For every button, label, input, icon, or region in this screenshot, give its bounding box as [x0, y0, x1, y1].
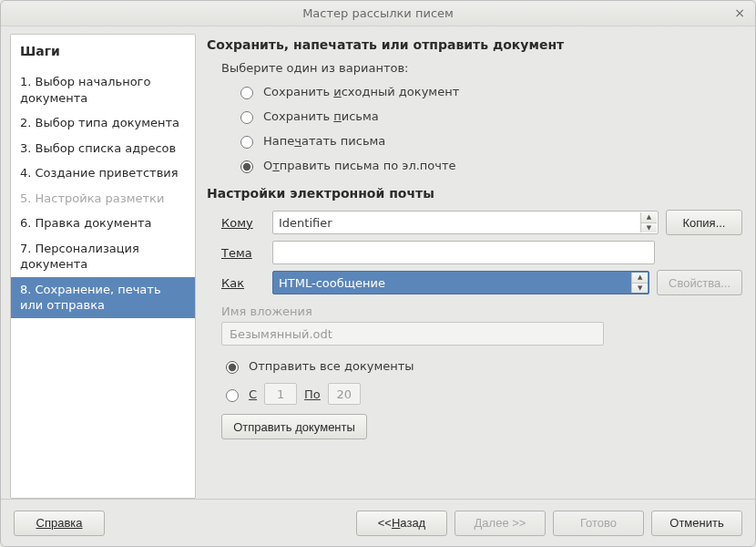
- properties-button: Свойства...: [657, 270, 742, 295]
- as-combo[interactable]: HTML-сообщение ▲▼: [272, 271, 649, 294]
- titlebar: Мастер рассылки писем ×: [1, 1, 755, 26]
- combo-stepper-icon[interactable]: ▲▼: [640, 212, 657, 232]
- from-input: 1: [264, 383, 297, 405]
- label-subject: Тема: [221, 246, 265, 260]
- step-5: 5. Настройка разметки: [11, 186, 195, 212]
- cancel-button[interactable]: Отменить: [651, 511, 742, 536]
- label-to: Кому: [221, 216, 265, 230]
- option-send-all-label: Отправить все документы: [249, 359, 414, 373]
- window-title: Мастер рассылки писем: [302, 6, 454, 20]
- option-print-letters-label: Напечатать письма: [263, 134, 385, 148]
- from-label: С: [249, 387, 257, 401]
- option-send-range[interactable]: С 1 По 20: [221, 383, 742, 405]
- steps-heading: Шаги: [20, 44, 186, 58]
- option-save-letters[interactable]: Сохранить письма: [236, 108, 742, 124]
- step-4[interactable]: 4. Создание приветствия: [11, 160, 195, 186]
- step-8[interactable]: 8. Сохранение, печать или отправка: [11, 277, 195, 318]
- copy-button[interactable]: Копия...: [666, 210, 742, 235]
- steps-panel: Шаги 1. Выбор начального документа 2. Вы…: [10, 34, 196, 499]
- combo-stepper-icon[interactable]: ▲▼: [631, 273, 648, 293]
- radio-save-source[interactable]: [240, 87, 253, 99]
- subject-input[interactable]: [272, 241, 655, 264]
- attach-value: Безымянный.odt: [230, 327, 332, 341]
- row-to: Кому Identifier ▲▼ Копия...: [221, 210, 742, 235]
- to-combo-value: Identifier: [279, 216, 332, 230]
- footer: Справка << Назад Далее >> Готово Отменит…: [1, 499, 755, 546]
- to-label: По: [304, 387, 321, 401]
- finish-button: Готово: [553, 511, 644, 536]
- help-button[interactable]: Справка: [14, 511, 105, 536]
- radio-save-letters[interactable]: [240, 111, 253, 124]
- send-documents-button[interactable]: Отправить документы: [221, 414, 367, 439]
- radio-send-all[interactable]: [226, 361, 239, 374]
- option-print-letters[interactable]: Напечатать письма: [236, 133, 742, 149]
- body: Шаги 1. Выбор начального документа 2. Вы…: [1, 26, 755, 499]
- label-as: Как: [221, 276, 265, 290]
- page-title: Сохранить, напечатать или отправить доку…: [207, 37, 742, 52]
- step-7[interactable]: 7. Персонализация документа: [11, 236, 195, 277]
- email-settings-title: Настройки электронной почты: [207, 186, 742, 201]
- close-icon[interactable]: ×: [731, 5, 748, 21]
- next-button: Далее >>: [455, 511, 546, 536]
- step-1[interactable]: 1. Выбор начального документа: [11, 69, 195, 110]
- main-panel: Сохранить, напечатать или отправить доку…: [201, 34, 746, 499]
- row-subject: Тема: [221, 241, 742, 264]
- step-2[interactable]: 2. Выбор типа документа: [11, 110, 195, 136]
- option-send-all[interactable]: Отправить все документы: [221, 358, 742, 374]
- option-save-letters-label: Сохранить письма: [263, 109, 379, 123]
- step-6[interactable]: 6. Правка документа: [11, 211, 195, 236]
- as-combo-value: HTML-сообщение: [279, 276, 385, 290]
- option-save-source[interactable]: Сохранить исходный документ: [236, 84, 742, 99]
- attach-input: Безымянный.odt: [221, 322, 604, 346]
- to-combo[interactable]: Identifier ▲▼: [272, 211, 659, 234]
- radio-send-range[interactable]: [226, 389, 239, 402]
- back-button[interactable]: << Назад: [356, 511, 447, 536]
- choose-text: Выберите один из вариантов:: [221, 61, 742, 75]
- attach-label: Имя вложения: [221, 304, 742, 318]
- subject-field[interactable]: [279, 242, 649, 263]
- option-send-email[interactable]: Отправить письма по эл.почте: [236, 158, 742, 173]
- option-save-source-label: Сохранить исходный документ: [263, 85, 459, 98]
- radio-print-letters[interactable]: [240, 136, 253, 149]
- row-as: Как HTML-сообщение ▲▼ Свойства...: [221, 270, 742, 295]
- step-3[interactable]: 3. Выбор списка адресов: [11, 136, 195, 161]
- mailmerge-wizard-window: Мастер рассылки писем × Шаги 1. Выбор на…: [0, 0, 756, 547]
- to-input: 20: [328, 383, 361, 405]
- radio-send-email[interactable]: [240, 160, 253, 173]
- option-send-email-label: Отправить письма по эл.почте: [263, 159, 456, 172]
